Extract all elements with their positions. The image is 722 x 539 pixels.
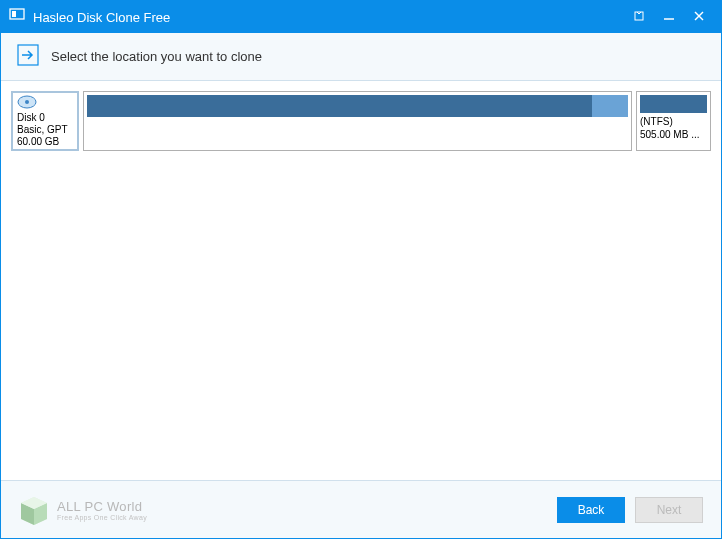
- watermark-box-icon: [19, 493, 49, 527]
- watermark-title: ALL PC World: [57, 499, 147, 514]
- svg-point-8: [25, 100, 29, 104]
- bar-free: [592, 95, 628, 117]
- minimize-icon[interactable]: [663, 10, 675, 25]
- content-area: Disk 0 Basic, GPT 60.00 GB (NTFS) 505.00…: [1, 81, 721, 480]
- svg-rect-2: [635, 12, 643, 20]
- clone-direction-icon: [17, 44, 39, 70]
- disk-type: Basic, GPT: [17, 124, 73, 136]
- titlebar: Hasleo Disk Clone Free: [1, 1, 721, 33]
- partition-main[interactable]: [83, 91, 632, 151]
- disk-row[interactable]: Disk 0 Basic, GPT 60.00 GB (NTFS) 505.00…: [11, 91, 711, 151]
- app-icon: [9, 7, 25, 27]
- partition-fs: (NTFS): [640, 115, 707, 128]
- disk-label-box[interactable]: Disk 0 Basic, GPT 60.00 GB: [11, 91, 79, 151]
- bar-used: [87, 95, 592, 117]
- watermark-text: ALL PC World Free Apps One Click Away: [57, 499, 147, 521]
- window: Hasleo Disk Clone Free Select the locati…: [0, 0, 722, 539]
- partition-side[interactable]: (NTFS) 505.00 MB ...: [636, 91, 711, 151]
- svg-rect-1: [12, 11, 16, 17]
- watermark-subtitle: Free Apps One Click Away: [57, 514, 147, 521]
- subheader: Select the location you want to clone: [1, 33, 721, 81]
- watermark: ALL PC World Free Apps One Click Away: [19, 493, 557, 527]
- next-button: Next: [635, 497, 703, 523]
- footer-buttons: Back Next: [557, 497, 703, 523]
- subheader-text: Select the location you want to clone: [51, 49, 262, 64]
- partition-size: 505.00 MB ...: [640, 128, 707, 141]
- footer: ALL PC World Free Apps One Click Away Ba…: [1, 480, 721, 538]
- disk-size: 60.00 GB: [17, 136, 73, 148]
- partition-usage-bar: [87, 95, 628, 117]
- titlebar-controls: [633, 10, 713, 25]
- close-icon[interactable]: [693, 10, 705, 25]
- disk-icon: [17, 95, 37, 112]
- restore-icon[interactable]: [633, 10, 645, 25]
- disk-name: Disk 0: [17, 112, 73, 124]
- back-button[interactable]: Back: [557, 497, 625, 523]
- window-title: Hasleo Disk Clone Free: [33, 10, 633, 25]
- side-usage-bar: [640, 95, 707, 113]
